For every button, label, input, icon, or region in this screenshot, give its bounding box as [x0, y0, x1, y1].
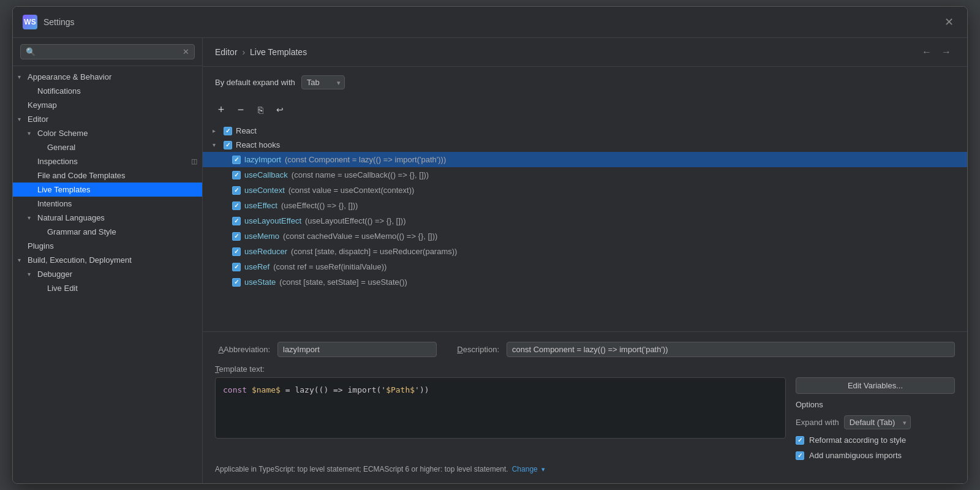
chevron-react-group	[213, 127, 220, 134]
template-row-usecallback[interactable]: useCallback (const name = useCallback(()…	[203, 167, 967, 183]
sidebar-item-plugins[interactable]: Plugins	[13, 239, 202, 253]
usestate-checkbox[interactable]	[232, 278, 241, 287]
reformat-checkbox[interactable]	[796, 436, 804, 445]
applicable-row: Applicable in TypeScript: top level stat…	[215, 465, 955, 473]
template-group-name: React	[236, 126, 257, 135]
breadcrumb-sep: ›	[242, 47, 245, 57]
nav-back-button[interactable]: ←	[918, 45, 935, 59]
imports-row: Add unambiguous imports	[796, 451, 955, 460]
reformat-row: Reformat according to style	[796, 435, 955, 445]
abbreviation-row: AAbbreviation: Description:	[215, 342, 955, 357]
revert-template-button[interactable]: ↩	[271, 102, 288, 118]
template-row-usememo[interactable]: useMemo (const cachedValue = useMemo(() …	[203, 228, 967, 244]
description-input[interactable]	[507, 342, 955, 357]
sidebar-item-live-edit[interactable]: Live Edit	[13, 281, 202, 295]
chevron-build-execution	[18, 257, 25, 263]
sidebar-tree: Appearance & Behavior Notifications Keym…	[13, 66, 202, 483]
sidebar-item-general[interactable]: General	[13, 140, 202, 154]
template-name: useReducer	[244, 247, 287, 256]
default-expand-row: By default expand with Tab Enter Space	[203, 67, 967, 98]
sidebar-item-debugger[interactable]: Debugger	[13, 267, 202, 281]
template-row-uselayouteffect[interactable]: useLayoutEffect (useLayoutEffect(() => {…	[203, 213, 967, 228]
template-name: useState	[244, 277, 276, 287]
sidebar-item-editor[interactable]: Editor	[13, 112, 202, 126]
usecallback-checkbox[interactable]	[232, 171, 241, 179]
sidebar: 🔍 liv ✕ Appearance & Behavior Notificati…	[13, 38, 203, 483]
react-hooks-group-checkbox[interactable]	[224, 141, 232, 149]
expand-select-wrap[interactable]: Tab Enter Space	[301, 75, 345, 89]
remove-template-button[interactable]: −	[232, 102, 249, 118]
inspections-badge: ◫	[191, 157, 197, 165]
search-input[interactable]: liv	[39, 47, 179, 56]
sidebar-item-keymap[interactable]: Keymap	[13, 98, 202, 112]
sidebar-item-label: Keymap	[28, 100, 57, 110]
sidebar-item-label: Grammar and Style	[47, 227, 116, 236]
sidebar-item-live-templates[interactable]: Live Templates	[13, 183, 202, 197]
nav-forward-button[interactable]: →	[938, 45, 955, 59]
uselayouteffect-checkbox[interactable]	[232, 217, 241, 225]
default-expand-label: By default expand with	[215, 78, 295, 87]
sidebar-item-grammar-style[interactable]: Grammar and Style	[13, 225, 202, 239]
change-link[interactable]: Change	[512, 465, 538, 473]
template-row-usereducer[interactable]: useReducer (const [state, dispatch] = us…	[203, 244, 967, 259]
template-group-react-hooks[interactable]: React hooks	[203, 138, 967, 152]
dialog-title: Settings	[43, 17, 75, 27]
abbreviation-input[interactable]	[277, 342, 437, 357]
search-input-wrap[interactable]: 🔍 liv ✕	[20, 44, 195, 59]
template-name: useCallback	[244, 170, 288, 179]
close-button[interactable]: ✕	[941, 14, 957, 30]
template-row-lazyimport[interactable]: lazyImport (const Component = lazy(() =>…	[203, 152, 967, 167]
expand-with-select-wrap[interactable]: Default (Tab) Tab Enter Space	[844, 415, 911, 429]
sidebar-item-intentions[interactable]: Intentions	[13, 197, 202, 211]
imports-label[interactable]: Add unambiguous imports	[809, 451, 902, 460]
title-bar: WS Settings ✕	[13, 7, 967, 38]
search-box: 🔍 liv ✕	[13, 38, 202, 66]
chevron-debugger	[28, 271, 35, 277]
template-name: useRef	[244, 262, 270, 271]
template-desc: (useEffect(() => {}, []))	[281, 201, 358, 210]
imports-checkbox[interactable]	[796, 451, 804, 460]
react-group-checkbox[interactable]	[224, 127, 232, 135]
sidebar-item-color-scheme[interactable]: Color Scheme	[13, 126, 202, 140]
clear-icon[interactable]: ✕	[183, 47, 189, 56]
applicable-text: Applicable in TypeScript: top level stat…	[215, 465, 508, 473]
template-name: useEffect	[244, 201, 277, 210]
sidebar-item-build-execution[interactable]: Build, Execution, Deployment	[13, 253, 202, 267]
copy-template-button[interactable]: ⎘	[252, 102, 269, 118]
expand-with-select[interactable]: Default (Tab) Tab Enter Space	[844, 415, 911, 429]
template-row-useeffect[interactable]: useEffect (useEffect(() => {}, []))	[203, 198, 967, 213]
sidebar-item-inspections[interactable]: Inspections ◫	[13, 154, 202, 168]
code-area[interactable]: const $name$ = lazy(() => import('$Path$…	[215, 377, 786, 439]
reformat-label[interactable]: Reformat according to style	[809, 435, 906, 445]
edit-variables-button[interactable]: Edit Variables...	[796, 377, 955, 394]
sidebar-item-file-code-templates[interactable]: File and Code Templates	[13, 168, 202, 183]
sidebar-item-notifications[interactable]: Notifications	[13, 84, 202, 98]
template-desc: (useLayoutEffect(() => {}, []))	[305, 216, 406, 225]
expand-select[interactable]: Tab Enter Space	[301, 75, 345, 89]
sidebar-item-natural-languages[interactable]: Natural Languages	[13, 211, 202, 225]
search-icon: 🔍	[26, 47, 36, 56]
template-row-usestate[interactable]: useState (const [state, setState] = useS…	[203, 274, 967, 290]
template-name: useContext	[244, 186, 285, 195]
usecontext-checkbox[interactable]	[232, 186, 241, 195]
template-row-useref[interactable]: useRef (const ref = useRef(initialValue)…	[203, 259, 967, 274]
template-row-usecontext[interactable]: useContext (const value = useContext(con…	[203, 183, 967, 198]
sidebar-item-appearance-behavior[interactable]: Appearance & Behavior	[13, 70, 202, 84]
chevron-color-scheme	[28, 130, 35, 137]
add-template-button[interactable]: +	[213, 102, 230, 118]
template-desc: (const Component = lazy(() => import('pa…	[285, 155, 446, 164]
change-chevron: ▾	[541, 466, 545, 473]
sidebar-item-label: File and Code Templates	[37, 171, 126, 180]
options-panel: Edit Variables... Options Expand with De…	[796, 377, 955, 460]
usereducer-checkbox[interactable]	[232, 247, 241, 256]
template-desc: (const [state, setState] = useState())	[279, 277, 407, 287]
template-desc: (const value = useContext(context))	[288, 186, 415, 195]
expand-with-row: Expand with Default (Tab) Tab Enter Spac…	[796, 415, 955, 429]
template-group-react[interactable]: React	[203, 124, 967, 138]
useeffect-checkbox[interactable]	[232, 202, 241, 210]
usememo-checkbox[interactable]	[232, 232, 241, 241]
useref-checkbox[interactable]	[232, 263, 241, 271]
code-area-wrap: const $name$ = lazy(() => import('$Path$…	[215, 377, 955, 460]
sidebar-item-label: Live Edit	[47, 284, 78, 293]
lazyimport-checkbox[interactable]	[232, 156, 241, 164]
